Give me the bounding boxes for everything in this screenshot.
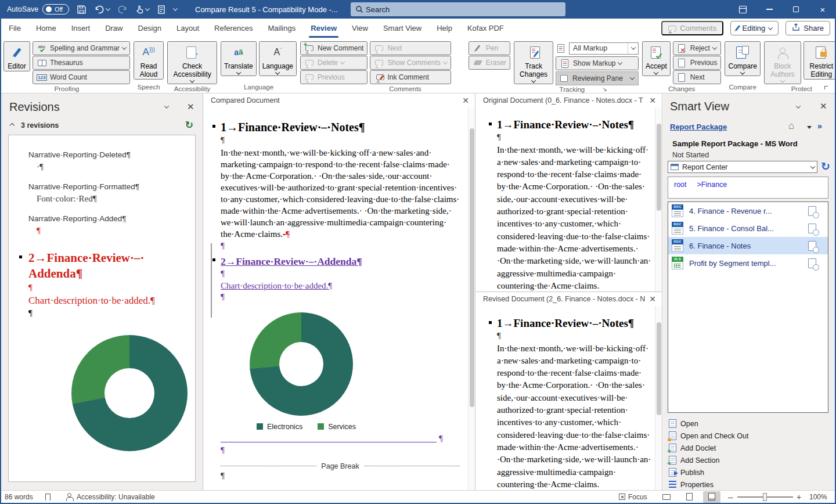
next-change-button[interactable]: →Next [673, 70, 722, 84]
show-comments-button[interactable]: Show Comments [370, 56, 451, 70]
breadcrumb-root[interactable]: root [674, 181, 687, 189]
read-aloud-button[interactable]: A))) Read Aloud [134, 41, 164, 80]
pen-button[interactable]: Pen [469, 41, 510, 55]
more-panes-icon[interactable]: » [817, 121, 822, 131]
original-pane-close-icon[interactable]: ✕ [649, 96, 656, 105]
minimize-button[interactable] [756, 0, 783, 19]
previous-change-button[interactable]: ←Previous [673, 56, 722, 70]
editor-button[interactable]: Editor [3, 41, 30, 71]
scrollbar-thumb[interactable] [657, 322, 661, 415]
doclet-list-item[interactable]: Profit by Segment templ... [668, 254, 828, 272]
revisions-pane-chevron-icon[interactable] [164, 103, 169, 108]
action-link[interactable]: Add Doclet [669, 442, 748, 454]
autosave-toggle[interactable]: AutoSave Off [7, 4, 69, 15]
original-scrollbar[interactable] [655, 107, 662, 291]
markup-select[interactable]: All Markup [569, 42, 639, 55]
ribbon-tab[interactable]: Mailings [261, 19, 304, 38]
ribbon-tab[interactable]: View [344, 19, 376, 38]
scrollbar-thumb[interactable] [470, 128, 474, 407]
word-count-status[interactable]: 86 words [5, 491, 33, 503]
compared-document-body[interactable]: 1→Finance·Review·–·Notes¶ ¶ In·​the·​nex… [204, 107, 468, 490]
reviewing-pane-button[interactable]: →Reviewing Pane [556, 71, 639, 85]
show-markup-button[interactable]: Show Markup [556, 56, 639, 70]
document-donut-chart[interactable] [250, 312, 353, 416]
ribbon-tab[interactable]: Help [429, 19, 460, 38]
zoom-slider[interactable] [737, 491, 793, 503]
share-button[interactable]: Share [785, 21, 830, 35]
word-count-button[interactable]: 123Word Count [33, 70, 130, 84]
doclet-list-item[interactable]: 5. Finance - Consol Bal... [668, 219, 828, 237]
home-icon[interactable]: ⌂ [788, 120, 794, 132]
redo-button[interactable] [117, 5, 128, 14]
revisions-refresh-icon[interactable]: ↻ [185, 119, 193, 131]
ribbon-tab[interactable]: Layout [169, 19, 207, 38]
ribbon-tab[interactable]: Review [303, 19, 344, 38]
smart-view-chevron-icon[interactable] [796, 103, 801, 108]
smart-view-close-icon[interactable]: ✕ [820, 101, 827, 111]
comments-button[interactable]: Comments [661, 21, 723, 35]
maximize-button[interactable] [783, 0, 809, 19]
action-link[interactable]: Properties [669, 478, 748, 490]
editing-mode-button[interactable]: Editing [730, 21, 779, 35]
undo-button[interactable] [94, 5, 110, 14]
breadcrumb-path[interactable]: >Finance [697, 181, 727, 189]
tracking-dialog-launcher-icon[interactable]: ↘ [602, 86, 607, 92]
revisions-pane-close-icon[interactable]: ✕ [187, 102, 194, 112]
ribbon-display-options-button[interactable] [729, 0, 756, 19]
revisions-list[interactable]: Narrative·Reporting·Deleted¶ ·¶ Narrativ… [8, 135, 196, 482]
zoom-in-button[interactable]: + [797, 491, 801, 503]
doclet-list-item[interactable]: 4. Finance - Revenue r... [668, 202, 828, 219]
print-preview-button[interactable] [157, 5, 166, 15]
autosave-pill[interactable]: Off [42, 4, 69, 15]
language-button[interactable]: Aˆ Language [259, 41, 297, 76]
accept-button[interactable]: Accept [642, 41, 671, 76]
revision-item[interactable]: Narrative·Reporting·Deleted¶ [28, 149, 185, 161]
track-changes-button[interactable]: Track Changes [514, 41, 553, 84]
previous-comment-button[interactable]: Previous [300, 70, 367, 84]
compared-pane-close-icon[interactable]: ✕ [462, 96, 469, 105]
check-accessibility-button[interactable]: ✚ Check Accessibility [167, 41, 217, 84]
read-mode-button[interactable] [658, 491, 675, 503]
ribbon-tab[interactable]: Smart View [376, 19, 429, 38]
close-button[interactable]: × [809, 0, 836, 19]
ribbon-tab[interactable]: Insert [64, 19, 98, 38]
spelling-grammar-button[interactable]: abcSpelling and Grammar [33, 41, 130, 55]
proofing-status-icon[interactable] [45, 491, 51, 503]
ribbon-tab[interactable]: Design [131, 19, 169, 38]
touch-mouse-mode-button[interactable] [135, 5, 149, 14]
print-layout-button[interactable] [680, 491, 698, 503]
thesaurus-button[interactable]: Thesaurus [33, 56, 130, 70]
compared-scrollbar[interactable] [468, 107, 475, 490]
block-authors-button[interactable]: Block Authors [764, 41, 801, 84]
collapse-ribbon-chevron-icon[interactable] [824, 86, 828, 89]
new-comment-button[interactable]: +New Comment [300, 41, 367, 55]
compare-button[interactable]: Compare [725, 41, 760, 76]
revision-item[interactable]: Narrative·Reporting·Added¶ [28, 213, 185, 225]
ribbon-tab[interactable]: Draw [98, 19, 130, 38]
original-document-body[interactable]: 1→Finance·Review·–·Notes¶ ¶ In·​the·​nex… [476, 107, 655, 291]
revised-document-body[interactable]: 1→Finance·Review·–·Notes¶ ¶ In·​the·​nex… [476, 306, 655, 490]
ink-comment-button[interactable]: Ink Comment [370, 70, 451, 84]
revision-item[interactable]: Narrative·Reporting·Formatted¶ [28, 181, 185, 193]
report-package-link[interactable]: Report Package [670, 123, 727, 131]
ribbon-tab[interactable]: Kofax PDF [460, 19, 511, 38]
accessibility-status[interactable]: Accessibility: Unavailable [67, 491, 155, 503]
smart-view-refresh-icon[interactable]: ↻ [821, 160, 830, 173]
ribbon-tab[interactable]: File [1, 19, 28, 38]
zoom-level[interactable]: 100% [809, 491, 827, 503]
translate-button[interactable]: aä Translate [221, 41, 257, 76]
delete-comment-button[interactable]: Delete [300, 56, 367, 70]
customize-qat-chevron-icon[interactable] [173, 6, 178, 10]
search-box[interactable]: Search [351, 2, 565, 16]
save-button[interactable] [77, 5, 87, 15]
web-layout-button[interactable] [703, 491, 720, 503]
home-dropdown-icon[interactable] [807, 126, 812, 129]
scrollbar-thumb[interactable] [657, 124, 661, 211]
zoom-slider-thumb[interactable] [763, 493, 767, 501]
zoom-out-button[interactable]: – [728, 491, 733, 503]
doclet-list-item[interactable]: 6. Finance - Notes [668, 237, 828, 254]
revision-inserted-text[interactable]: Chart·​description·​to·​be·​added.¶ [28, 294, 185, 308]
eraser-button[interactable]: Eraser [469, 56, 510, 70]
revised-pane-close-icon[interactable]: ✕ [649, 294, 656, 304]
restrict-editing-button[interactable]: Restrict Editing [803, 41, 836, 80]
